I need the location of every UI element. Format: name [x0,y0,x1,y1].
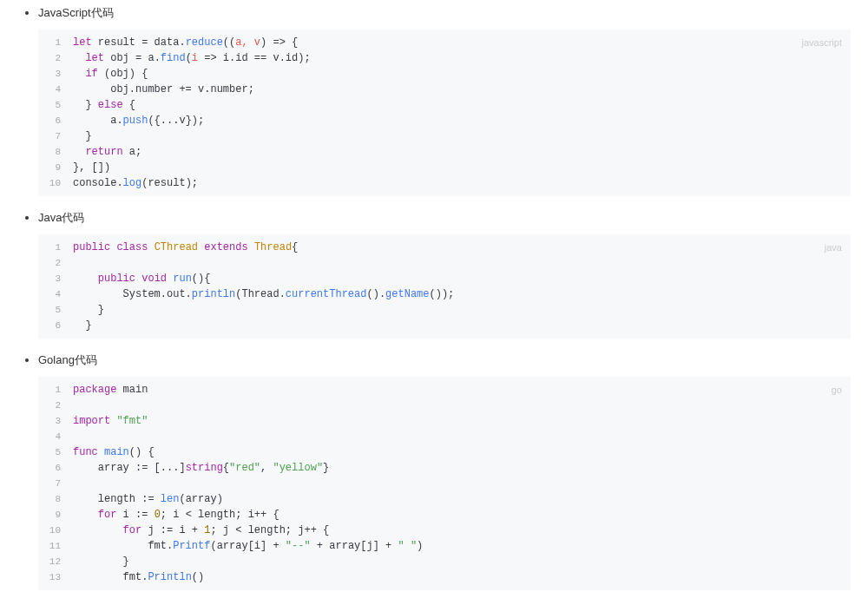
code-content: if (obj) { [73,66,851,82]
section-item: Golang代码go1package main23import "fmt"45f… [38,352,851,590]
section-title: JavaScript代码 [38,6,114,19]
line-number: 4 [38,82,73,97]
code-line: 1public class CThread extends Thread{ [38,240,851,255]
line-number: 4 [38,429,73,444]
code-line: 6 a.push({...v}); [38,113,851,128]
code-line: 9}, []) [38,160,851,175]
code-line: 1package main [38,382,851,398]
code-content: } [73,302,851,318]
code-line: 7 [38,476,851,491]
line-number: 10 [38,523,73,538]
line-number: 6 [38,113,73,128]
code-line: 10console.log(result); [38,175,851,191]
line-number: 12 [38,554,73,569]
code-content: length := len(array) [73,491,851,507]
code-line: 5func main() { [38,444,851,460]
line-number: 1 [38,382,73,398]
code-line: 11 fmt.Printf(array[i] + "--" + array[j]… [38,538,851,554]
line-number: 5 [38,444,73,460]
code-content: public void run(){ [73,271,851,286]
line-number: 6 [38,318,73,333]
code-line: 2 [38,255,851,271]
line-number: 5 [38,97,73,113]
code-language-label: javascript [802,35,842,50]
line-number: 3 [38,271,73,286]
line-number: 3 [38,66,73,82]
code-content: } [73,318,851,333]
code-content: public class CThread extends Thread{ [73,240,851,255]
code-line: 10 for j := i + 1; j < length; j++ { [38,523,851,538]
code-content: } [73,554,851,569]
code-content: func main() { [73,444,851,460]
section-item: JavaScript代码javascript1let result = data… [38,5,851,196]
line-number: 1 [38,240,73,255]
section-title: Golang代码 [38,353,97,366]
code-content: fmt.Println() [73,569,851,585]
code-content: console.log(result); [73,175,851,191]
line-number: 2 [38,50,73,66]
code-content: } else { [73,97,851,113]
code-line: 4 obj.number += v.number; [38,82,851,97]
code-block: javascript1let result = data.reduce((a, … [38,30,851,196]
code-line: 3 if (obj) { [38,66,851,82]
code-line: 7 } [38,128,851,144]
line-number: 1 [38,35,73,50]
line-number: 9 [38,507,73,523]
line-number: 11 [38,538,73,554]
line-number: 3 [38,413,73,429]
code-content: }, []) [73,160,851,175]
code-line: 6 } [38,318,851,333]
code-line: 2 let obj = a.find(i => i.id == v.id); [38,50,851,66]
line-number: 2 [38,255,73,271]
section-item: Java代码java1public class CThread extends … [38,210,851,339]
line-number: 7 [38,128,73,144]
code-line: 13 fmt.Println() [38,569,851,585]
code-line: 4 [38,429,851,444]
code-line: 5 } [38,302,851,318]
code-content: fmt.Printf(array[i] + "--" + array[j] + … [73,538,851,554]
section-title: Java代码 [38,211,84,224]
line-number: 8 [38,491,73,507]
code-line: 1let result = data.reduce((a, v) => { [38,35,851,50]
code-content: import "fmt" [73,413,851,429]
line-number: 7 [38,476,73,491]
code-content: obj.number += v.number; [73,82,851,97]
line-number: 2 [38,398,73,413]
code-sections-list: JavaScript代码javascript1let result = data… [17,5,851,590]
line-number: 4 [38,286,73,302]
code-content: for j := i + 1; j < length; j++ { [73,523,851,538]
code-line: 9 for i := 0; i < length; i++ { [38,507,851,523]
code-block: java1public class CThread extends Thread… [38,234,851,339]
code-line: 5 } else { [38,97,851,113]
code-block: go1package main23import "fmt"45func main… [38,377,851,590]
code-content: let obj = a.find(i => i.id == v.id); [73,50,851,66]
code-language-label: go [832,382,842,398]
code-line: 2 [38,398,851,413]
code-line: 8 return a; [38,144,851,160]
code-content: a.push({...v}); [73,113,851,128]
line-number: 13 [38,569,73,585]
code-line: 12 } [38,554,851,569]
code-line: 3import "fmt" [38,413,851,429]
line-number: 6 [38,460,73,476]
code-language-label: java [825,240,842,255]
code-content: let result = data.reduce((a, v) => { [73,35,851,50]
code-line: 3 public void run(){ [38,271,851,286]
line-number: 5 [38,302,73,318]
code-content: for i := 0; i < length; i++ { [73,507,851,523]
code-content: array := [...]string{"red", "yellow"} [73,460,851,476]
code-content: System.out.println(Thread.currentThread(… [73,286,851,302]
code-content: package main [73,382,851,398]
line-number: 8 [38,144,73,160]
code-line: 6 array := [...]string{"red", "yellow"} [38,460,851,476]
code-line: 8 length := len(array) [38,491,851,507]
line-number: 9 [38,160,73,175]
code-content: } [73,128,851,144]
code-line: 4 System.out.println(Thread.currentThrea… [38,286,851,302]
code-content: return a; [73,144,851,160]
line-number: 10 [38,175,73,191]
